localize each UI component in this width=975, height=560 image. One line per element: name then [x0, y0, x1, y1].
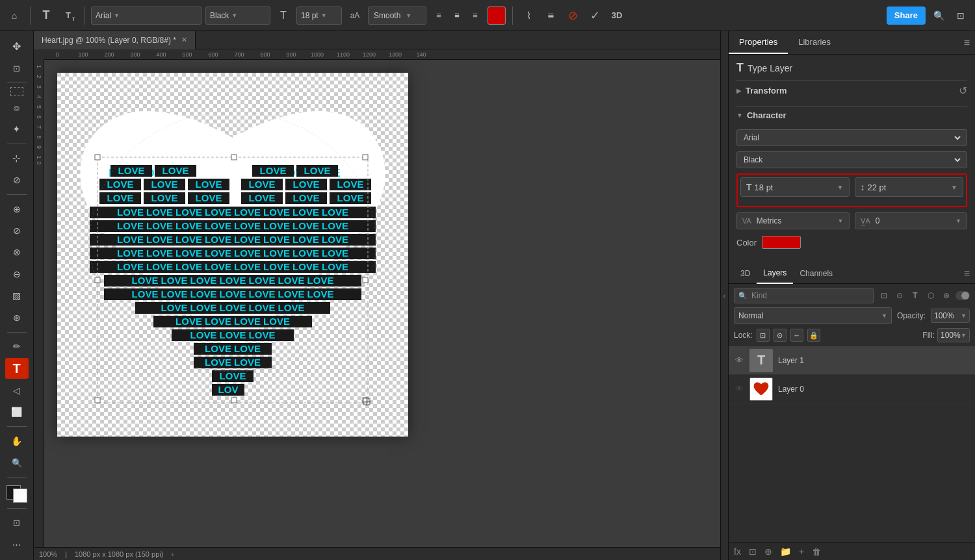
align-right-button[interactable]: ≡: [467, 7, 484, 24]
tab-3d[interactable]: 3D: [734, 263, 757, 284]
eyedropper-tool[interactable]: ⊘: [5, 170, 29, 190]
lock-position-button[interactable]: ⊙: [774, 329, 786, 342]
more-options-button[interactable]: ···: [957, 257, 967, 263]
char-font-style-select[interactable]: Black: [741, 155, 963, 165]
close-tab-button[interactable]: ✕: [181, 36, 187, 44]
layers-search-box[interactable]: 🔍 Kind: [734, 288, 874, 303]
tracking-input[interactable]: V̲A 0 ▼: [855, 212, 968, 229]
font-size-dropdown[interactable]: 18 pt ▼: [296, 6, 342, 25]
gradient-tool[interactable]: ▨: [5, 286, 29, 306]
char-font-style-dropdown[interactable]: Black: [736, 151, 967, 168]
tab-libraries[interactable]: Libraries: [788, 31, 841, 54]
svg-text:LOV: LOV: [218, 384, 239, 395]
char-panel-icon[interactable]: ≣: [541, 6, 560, 25]
marquee-tool[interactable]: [10, 87, 23, 96]
layer-visibility-0[interactable]: 👁: [734, 384, 744, 394]
svg-rect-70: [231, 155, 237, 160]
char-font-family-select[interactable]: Arial: [741, 133, 963, 143]
lasso-tool[interactable]: ⌾: [5, 97, 29, 118]
add-adjustment-button[interactable]: ⊕: [764, 546, 772, 557]
pen-tool[interactable]: ✏: [5, 337, 29, 357]
magic-wand-tool[interactable]: ✦: [5, 120, 29, 140]
move-tool[interactable]: ✥: [5, 36, 29, 57]
path-selection-tool[interactable]: ◁: [5, 380, 29, 400]
background-color[interactable]: [13, 489, 27, 503]
filter-toggle[interactable]: [956, 291, 970, 300]
char-color-swatch[interactable]: [762, 236, 801, 249]
status-arrow[interactable]: ›: [171, 550, 174, 558]
artboard-tool[interactable]: ⊡: [5, 58, 29, 78]
arrange-icon[interactable]: ⊡: [952, 6, 970, 25]
dodge-tool[interactable]: ⊛: [5, 307, 29, 327]
text-tool[interactable]: T: [5, 358, 29, 379]
document-tab[interactable]: Heart.jpg @ 100% (Layer 0, RGB/8#) * ✕: [34, 31, 196, 49]
delete-layer-button[interactable]: 🗑: [812, 546, 821, 557]
smoothing-dropdown[interactable]: Smooth ▼: [368, 6, 426, 25]
filter-smart-icon[interactable]: ⊛: [940, 289, 953, 302]
font-size-input[interactable]: T 18 pt ▼: [740, 177, 850, 197]
canvas-wrapper[interactable]: LOVE LOVE LOVE LOVE LOVE LOVE: [44, 60, 720, 547]
tab-channels[interactable]: Channels: [793, 263, 839, 284]
properties-tabs: Properties Libraries ≡: [729, 31, 975, 55]
kerning-input[interactable]: VA Metrics ▼: [736, 212, 850, 229]
filter-pixel-icon[interactable]: ⊡: [878, 289, 890, 302]
text-color-swatch[interactable]: [488, 6, 506, 25]
character-section-header[interactable]: ▼ Character: [736, 106, 967, 124]
layers-panel-menu[interactable]: ≡: [964, 268, 970, 279]
align-left-button[interactable]: ≡: [430, 7, 447, 24]
warp-text-icon[interactable]: ⌇: [519, 6, 538, 25]
char-font-family-dropdown[interactable]: Arial: [736, 129, 967, 146]
toolbar-separator-1: [30, 6, 31, 25]
add-mask-button[interactable]: ⊡: [749, 546, 757, 557]
text-size-icon[interactable]: TT: [59, 6, 77, 25]
layer-visibility-1[interactable]: 👁: [734, 355, 744, 366]
lock-all-button[interactable]: 🔒: [807, 329, 820, 342]
font-style-dropdown[interactable]: Black ▼: [205, 6, 270, 25]
fx-button[interactable]: fx: [734, 546, 741, 557]
search-button[interactable]: 🔍: [930, 6, 948, 25]
canvas[interactable]: LOVE LOVE LOVE LOVE LOVE LOVE: [57, 73, 408, 437]
add-group-button[interactable]: 📁: [780, 546, 791, 557]
align-center-button[interactable]: ≡: [448, 7, 465, 24]
blend-mode-dropdown[interactable]: Normal ▼: [734, 307, 892, 324]
cancel-icon[interactable]: ⊘: [564, 6, 582, 25]
hand-tool[interactable]: ✋: [5, 431, 29, 451]
fill-input[interactable]: 100% ▼: [937, 328, 970, 342]
add-layer-button[interactable]: +: [799, 546, 804, 557]
brush-tool[interactable]: ⊘: [5, 220, 29, 240]
commit-icon[interactable]: ✓: [586, 6, 604, 25]
transform-section-header[interactable]: ▶ Transform ↺: [736, 80, 967, 101]
foreground-background-colors[interactable]: [5, 484, 29, 504]
tab-layers[interactable]: Layers: [757, 263, 793, 284]
home-button[interactable]: ⌂: [5, 6, 23, 25]
filter-shape-icon[interactable]: ⬡: [924, 289, 937, 302]
opacity-input[interactable]: 100% ▼: [931, 309, 970, 323]
filter-type-icon[interactable]: T: [909, 289, 922, 302]
lock-pixels-button[interactable]: ⊡: [757, 329, 770, 342]
shape-tool[interactable]: ⬜: [5, 402, 29, 422]
collapse-panel-handle[interactable]: ‹: [720, 31, 728, 560]
3d-mode-icon[interactable]: 3D: [608, 6, 626, 25]
eraser-tool[interactable]: ⊖: [5, 264, 29, 284]
share-button[interactable]: Share: [887, 6, 926, 25]
screen-mode-icon[interactable]: ⊡: [5, 513, 29, 533]
text-tool-icon[interactable]: T: [37, 6, 55, 25]
stamp-tool[interactable]: ⊗: [5, 242, 29, 262]
transform-reset-button[interactable]: ↺: [959, 84, 967, 97]
font-family-dropdown[interactable]: Arial ▼: [91, 6, 202, 25]
fill-value: 100%: [941, 331, 961, 340]
crop-tool[interactable]: ⊹: [5, 148, 29, 168]
zoom-tool[interactable]: 🔍: [5, 452, 29, 472]
lock-artboard-button[interactable]: ↔: [790, 329, 803, 342]
antialiasing-button[interactable]: aA: [346, 6, 364, 25]
edit-toolbar-icon[interactable]: ⋯: [5, 535, 29, 555]
panel-tab-end[interactable]: ≡: [959, 31, 975, 54]
svg-text:LOVE: LOVE: [220, 370, 246, 381]
tab-properties[interactable]: Properties: [729, 31, 788, 54]
layer-item-0[interactable]: 👁 Layer 0: [729, 375, 975, 403]
leading-input[interactable]: ↕ 22 pt ▼: [855, 177, 964, 197]
heal-tool[interactable]: ⊕: [5, 199, 29, 219]
filter-adjust-icon[interactable]: ⊙: [893, 289, 906, 302]
svg-rect-73: [363, 277, 368, 283]
layer-item-1[interactable]: 👁 T Layer 1: [729, 346, 975, 375]
